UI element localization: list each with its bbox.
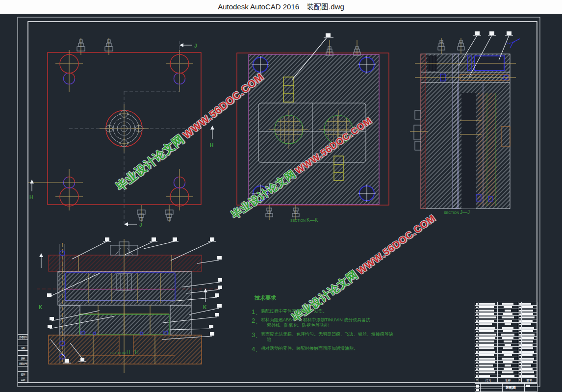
bom-row bbox=[475, 371, 537, 374]
frame-cell: 底图总号 bbox=[18, 361, 28, 366]
section-arrows: J J H H bbox=[29, 43, 214, 228]
bom-row bbox=[475, 330, 537, 333]
tech-title: 技术要求 bbox=[255, 294, 462, 302]
bom-header-cell: 序 bbox=[475, 378, 479, 383]
roughness-value: 3.2 bbox=[507, 41, 511, 44]
bom-rows bbox=[475, 302, 537, 378]
left-strip: 借通用件描图描校底图总号签字日期 bbox=[18, 334, 28, 383]
bom-header-cell: 数 bbox=[518, 378, 522, 383]
bom-row bbox=[475, 302, 537, 306]
roughness-symbol: 3.2 bbox=[507, 39, 520, 48]
plan-view[interactable]: J J H H bbox=[28, 38, 214, 228]
window-title: Autodesk AutoCAD 2016 装配图.dwg bbox=[218, 2, 344, 12]
bom-row bbox=[475, 357, 537, 361]
drawing-title: 装配图 bbox=[506, 385, 516, 390]
bom-row bbox=[475, 309, 537, 313]
frame-cell bbox=[18, 351, 28, 356]
bom-row bbox=[475, 323, 537, 326]
label-k-right: K bbox=[203, 305, 207, 310]
label-h-left: H bbox=[29, 195, 33, 200]
frame-cell: 描校 bbox=[18, 356, 28, 361]
bom-row bbox=[475, 347, 537, 350]
bom-row bbox=[475, 333, 537, 337]
bom-row bbox=[475, 337, 537, 340]
frame-cell bbox=[18, 340, 28, 345]
frame-cell: 日期 bbox=[18, 377, 28, 383]
bom-header-cell: 材料 bbox=[522, 378, 537, 383]
technical-requirements: 技术要求 1、 装配过程中零件不得磕碰、划伤。 2、 材料为阻燃ABS+PC, … bbox=[252, 294, 462, 355]
frame-cell: 签字 bbox=[18, 372, 28, 377]
bom-row bbox=[475, 364, 537, 367]
section-jj-label: SECTION J—J bbox=[444, 209, 470, 215]
bom-row bbox=[475, 319, 537, 323]
bom-row bbox=[475, 313, 537, 316]
autocad-window: Autodesk AutoCAD 2016 装配图.dwg bbox=[0, 0, 562, 392]
bom-row bbox=[475, 326, 537, 330]
section-jj-view[interactable]: 3.2 SECTION J—J bbox=[410, 31, 520, 215]
bom-row bbox=[475, 316, 537, 319]
frame-cell bbox=[18, 366, 28, 372]
title-block: 装配图 bbox=[475, 383, 537, 392]
section-hh-view[interactable]: K K SECTION H—H bbox=[37, 237, 222, 373]
window-titlebar[interactable]: Autodesk AutoCAD 2016 装配图.dwg bbox=[0, 0, 562, 14]
label-j-bottom: J bbox=[139, 222, 142, 228]
section-kk-view[interactable]: SECTION K—K bbox=[237, 33, 389, 223]
tech-item-2: 2、 材料为阻燃ABS+PC, 材料中添加TINUVIN 成分使具备抗 紫外线、… bbox=[252, 317, 462, 328]
frame-cell: 借通用件 bbox=[18, 335, 28, 340]
tech-item-3: 3、 表面应光洁无损、色泽均匀。无明显凹痕、飞边、银丝、熔接痕等缺 陷 bbox=[252, 332, 462, 342]
bom-row bbox=[475, 340, 537, 343]
bom-row bbox=[475, 367, 537, 371]
label-j-top: J bbox=[194, 43, 197, 49]
bom-row bbox=[475, 361, 537, 364]
label-h-right: H bbox=[210, 143, 213, 148]
bom-row bbox=[475, 343, 537, 347]
frame-cell: 描图 bbox=[18, 345, 28, 351]
bom-header: 序 代号 名称 数 材料 bbox=[475, 378, 537, 383]
bom-row bbox=[475, 354, 537, 357]
section-kk-label: SECTION K—K bbox=[290, 217, 318, 223]
label-k-left: K bbox=[39, 305, 43, 310]
bolt-symbols bbox=[438, 38, 464, 54]
bom-header-cell: 名称 bbox=[498, 378, 518, 383]
tech-item-1: 1、 装配过程中零件不得磕碰、划伤。 bbox=[252, 309, 462, 314]
bom-row bbox=[475, 350, 537, 354]
bom-row bbox=[475, 374, 537, 378]
tech-item-4: 4、 相对活动的零件。装配时接触面间应加润滑油脂。 bbox=[252, 346, 462, 351]
bom-header-cell: 代号 bbox=[479, 378, 498, 383]
bom-row bbox=[475, 306, 537, 309]
parts-list: 序 代号 名称 数 材料 装配图 bbox=[475, 302, 537, 392]
bolt-symbols bbox=[77, 38, 173, 222]
